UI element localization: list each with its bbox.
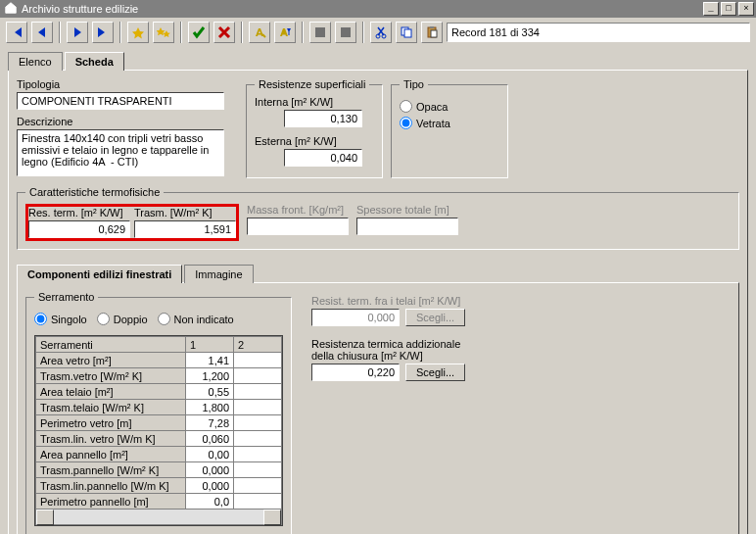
row-val1[interactable]: 0,000 <box>186 462 234 478</box>
row-val1[interactable]: 1,200 <box>186 368 234 384</box>
table-row[interactable]: Perimetro pannello [m]0,0 <box>36 494 282 510</box>
search-button[interactable] <box>249 22 270 43</box>
row-val2[interactable] <box>234 415 282 431</box>
massa-input[interactable] <box>247 218 349 235</box>
scegli-chiusura-button[interactable]: Scegli... <box>405 364 465 381</box>
vetrata-label: Vetrata <box>416 118 450 129</box>
serramenti-table-wrap: Serramenti 1 2 Area vetro [m²]1,41Trasm.… <box>34 335 283 526</box>
row-val2[interactable] <box>234 462 282 478</box>
radio-singolo[interactable]: Singolo <box>34 313 87 325</box>
opaca-label: Opaca <box>416 101 448 113</box>
tab-elenco[interactable]: Elenco <box>8 52 63 71</box>
row-label: Trasm.telaio [W/m² K] <box>36 400 186 415</box>
row-label: Area vetro [m²] <box>36 353 186 368</box>
resist-chiusura-label: Resistenza termica addizionale della chi… <box>311 338 478 362</box>
table-row[interactable]: Trasm.vetro [W/m² K]1,200 <box>36 368 282 384</box>
cancel-button[interactable] <box>213 22 235 43</box>
row-val1[interactable]: 0,0 <box>186 494 234 510</box>
close-button[interactable]: × <box>738 2 754 16</box>
table-row[interactable]: Perimetro vetro [m]7,28 <box>36 415 282 431</box>
toolbar <box>0 18 756 47</box>
row-val1[interactable]: 7,28 <box>186 415 234 431</box>
svg-rect-8 <box>431 30 437 37</box>
resist-chiusura-input[interactable] <box>311 364 400 381</box>
radio-vetrata[interactable]: Vetrata <box>400 117 499 129</box>
accept-button[interactable] <box>188 22 210 43</box>
tipologia-label: Tipologia <box>17 78 238 90</box>
th-col1[interactable]: 1 <box>186 337 234 353</box>
table-row[interactable]: Trasm.lin. vetro [W/m K]0,060 <box>36 431 282 447</box>
row-val1[interactable]: 0,55 <box>186 384 234 400</box>
esterna-input[interactable] <box>284 149 362 167</box>
tab-immagine[interactable]: Immagine <box>184 265 253 283</box>
row-label: Perimetro vetro [m] <box>36 415 186 431</box>
right-column: Resist. term. fra i telai [m² K/W] Scegl… <box>311 291 507 393</box>
tipo-legend: Tipo <box>400 78 428 90</box>
th-col2[interactable]: 2 <box>234 337 282 353</box>
svg-rect-7 <box>430 26 434 28</box>
row-val2[interactable] <box>234 447 282 462</box>
table-row[interactable]: Trasm.telaio [W/m² K]1,800 <box>36 400 282 415</box>
row-label: Area telaio [m²] <box>36 384 186 400</box>
copy-button[interactable] <box>396 22 417 43</box>
row-val2[interactable] <box>234 478 282 494</box>
tipologia-input[interactable] <box>17 92 224 110</box>
row-val2[interactable] <box>234 494 282 510</box>
row-val2[interactable] <box>234 384 282 400</box>
cut-button[interactable] <box>370 22 392 43</box>
last-record-button[interactable] <box>92 22 114 43</box>
caratteristiche-group: Caratteristiche termofisiche Res. term. … <box>17 186 739 250</box>
record-indicator[interactable] <box>447 23 750 42</box>
table-row[interactable]: Area pannello [m²]0,00 <box>36 447 282 462</box>
next-record-button[interactable] <box>67 22 88 43</box>
table-row[interactable]: Trasm.pannello [W/m² K]0,000 <box>36 462 282 478</box>
maximize-button[interactable]: □ <box>721 2 736 16</box>
duplicate-record-button[interactable] <box>153 22 174 43</box>
tool1-button[interactable] <box>309 22 331 43</box>
prev-record-button[interactable] <box>31 22 53 43</box>
descrizione-label: Descrizione <box>17 116 238 127</box>
tool2-button[interactable] <box>335 22 356 43</box>
row-val2[interactable] <box>234 431 282 447</box>
row-val1[interactable]: 1,41 <box>186 353 234 368</box>
radio-doppio[interactable]: Doppio <box>97 313 148 325</box>
trasm-input[interactable] <box>134 220 236 238</box>
spessore-input[interactable] <box>356 218 458 235</box>
window-title: Archivio strutture edilizie <box>22 3 703 15</box>
filter-button[interactable] <box>274 22 296 43</box>
row-val1[interactable]: 0,00 <box>186 447 234 462</box>
radio-non-indicato[interactable]: Non indicato <box>158 313 234 325</box>
row-val1[interactable]: 1,800 <box>186 400 234 415</box>
tab-scheda[interactable]: Scheda <box>65 52 124 71</box>
resist-telai-input <box>311 309 400 326</box>
serramenti-table: Serramenti 1 2 Area vetro [m²]1,41Trasm.… <box>35 336 282 510</box>
main-tabs: Elenco Scheda <box>8 51 748 70</box>
table-row[interactable]: Area telaio [m²]0,55 <box>36 384 282 400</box>
res-term-input[interactable] <box>28 220 130 238</box>
row-val2[interactable] <box>234 353 282 368</box>
table-row[interactable]: Area vetro [m²]1,41 <box>36 353 282 368</box>
interna-label: Interna [m² K/W] <box>255 96 374 108</box>
first-record-button[interactable] <box>6 22 27 43</box>
scheda-panel: Tipologia Descrizione Finestra 140x140 c… <box>8 70 748 534</box>
sub-tabs: Componenti edilizi finestrati Immagine <box>17 264 739 282</box>
th-serramenti[interactable]: Serramenti <box>36 337 186 353</box>
new-record-button[interactable] <box>127 22 149 43</box>
radio-opaca[interactable]: Opaca <box>400 100 499 113</box>
row-label: Area pannello [m²] <box>36 447 186 462</box>
minimize-button[interactable]: _ <box>703 2 719 16</box>
row-val2[interactable] <box>234 400 282 415</box>
descrizione-textarea[interactable]: Finestra 140x140 con tripli vetri basso … <box>17 129 224 176</box>
table-scrollbar[interactable] <box>35 510 282 525</box>
row-val1[interactable]: 0,060 <box>186 431 234 447</box>
componenti-panel: Serramento Singolo Doppio Non indicato S… <box>17 282 739 534</box>
table-row[interactable]: Trasm.lin.pannello [W/m K]0,000 <box>36 478 282 494</box>
row-val2[interactable] <box>234 368 282 384</box>
tab-componenti[interactable]: Componenti edilizi finestrati <box>17 265 182 283</box>
paste-button[interactable] <box>421 22 443 43</box>
serramento-group: Serramento Singolo Doppio Non indicato S… <box>25 291 292 534</box>
resistenze-legend: Resistenze superficiali <box>255 78 369 90</box>
esterna-label: Esterna [m² K/W] <box>255 135 374 147</box>
row-val1[interactable]: 0,000 <box>186 478 234 494</box>
interna-input[interactable] <box>284 110 362 127</box>
